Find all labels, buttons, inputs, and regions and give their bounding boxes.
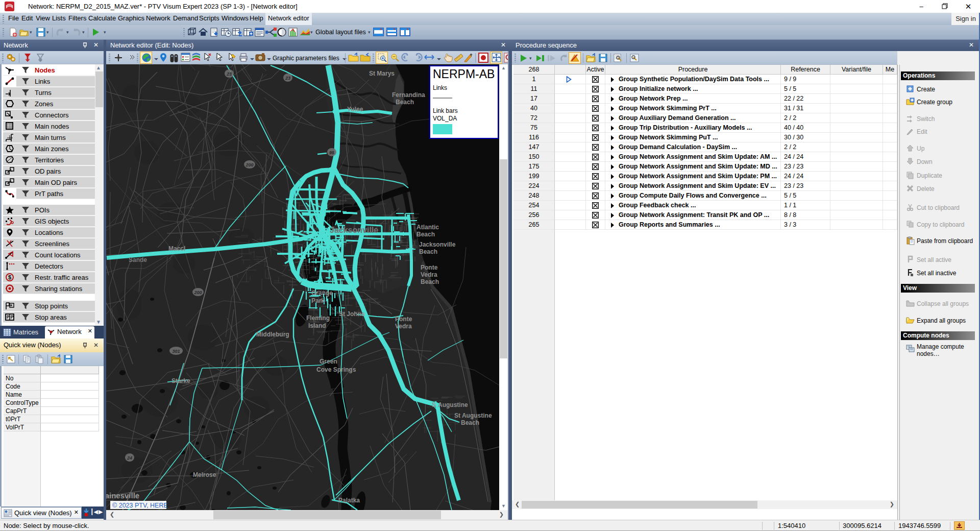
svg-text:S: S xyxy=(432,401,436,408)
svg-text:Atlantic: Atlantic xyxy=(416,224,439,231)
svg-text:Link bars: Link bars xyxy=(433,107,458,114)
svg-text:Gainesville: Gainesville xyxy=(106,491,139,500)
svg-text:Vedra: Vedra xyxy=(421,271,437,278)
svg-text:24: 24 xyxy=(127,455,132,461)
svg-text:VOL_DA: VOL_DA xyxy=(433,115,457,122)
svg-text:301: 301 xyxy=(172,349,180,354)
svg-text:Beach: Beach xyxy=(416,231,435,238)
svg-text:23: 23 xyxy=(226,71,232,77)
svg-text:23: 23 xyxy=(285,76,290,81)
svg-text:Beach: Beach xyxy=(419,248,437,255)
svg-text:Park: Park xyxy=(311,297,325,304)
svg-text:Orange: Orange xyxy=(311,289,333,297)
svg-text:Augustine: Augustine xyxy=(438,401,468,408)
svg-text:St Johns: St Johns xyxy=(339,310,365,318)
svg-text:Beach: Beach xyxy=(396,99,414,106)
svg-text:Melrose: Melrose xyxy=(193,471,216,478)
svg-text:Links: Links xyxy=(433,84,447,91)
svg-text:Ponte: Ponte xyxy=(421,264,438,271)
svg-text:Jacksonville: Jacksonville xyxy=(419,241,456,248)
svg-text:Jacksonville: Jacksonville xyxy=(330,226,378,234)
svg-text:Ponte: Ponte xyxy=(395,316,412,323)
svg-text:Starke: Starke xyxy=(172,377,190,384)
svg-text:Palatka: Palatka xyxy=(338,497,360,504)
svg-text:Yulee: Yulee xyxy=(347,106,363,113)
svg-text:$: $ xyxy=(8,274,11,280)
svg-text:Fleming: Fleming xyxy=(306,315,330,322)
svg-text:St Augustine: St Augustine xyxy=(454,412,492,419)
svg-text:© 2023 PTV, HERE: © 2023 PTV, HERE xyxy=(112,502,168,509)
svg-text:200: 200 xyxy=(245,162,253,167)
svg-text:Maccl: Maccl xyxy=(168,245,185,252)
svg-text:Island: Island xyxy=(308,322,326,329)
svg-text:200: 200 xyxy=(193,290,202,295)
svg-text:Vedra: Vedra xyxy=(395,323,412,330)
svg-text:Beach: Beach xyxy=(421,278,439,285)
svg-text:Beach: Beach xyxy=(461,419,479,426)
svg-text:St Marys: St Marys xyxy=(369,70,395,77)
svg-text:Cove Springs: Cove Springs xyxy=(316,366,356,373)
svg-text:95: 95 xyxy=(329,150,335,155)
svg-text:Middleburg: Middleburg xyxy=(256,331,289,338)
svg-text:Sande: Sande xyxy=(129,256,147,263)
svg-text:NERPM-AB: NERPM-AB xyxy=(433,67,495,81)
svg-text:Green: Green xyxy=(320,358,337,365)
svg-text:Fernandina: Fernandina xyxy=(392,91,425,99)
